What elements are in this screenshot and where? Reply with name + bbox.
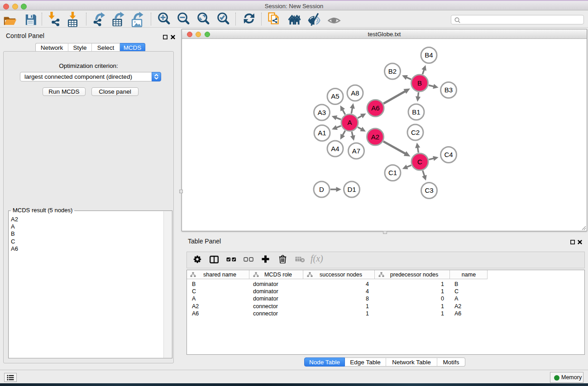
svg-text:A1: A1 bbox=[318, 129, 326, 137]
svg-text:A4: A4 bbox=[331, 145, 339, 152]
svg-text:C2: C2 bbox=[411, 129, 420, 136]
svg-text:A8: A8 bbox=[351, 89, 359, 97]
svg-text:A6: A6 bbox=[371, 104, 379, 112]
svg-text:B4: B4 bbox=[425, 51, 433, 59]
svg-text:C1: C1 bbox=[388, 169, 397, 176]
svg-text:A3: A3 bbox=[318, 109, 326, 116]
svg-text:B2: B2 bbox=[388, 67, 397, 75]
svg-text:B: B bbox=[417, 79, 422, 87]
svg-text:C4: C4 bbox=[444, 151, 453, 158]
svg-text:D: D bbox=[319, 186, 324, 193]
svg-text:C: C bbox=[417, 158, 422, 166]
svg-text:B3: B3 bbox=[445, 86, 453, 94]
svg-text:D1: D1 bbox=[347, 186, 356, 193]
svg-text:B1: B1 bbox=[412, 108, 420, 116]
svg-text:A5: A5 bbox=[331, 92, 339, 100]
svg-text:C3: C3 bbox=[425, 186, 433, 194]
svg-text:A: A bbox=[347, 119, 352, 126]
svg-text:A7: A7 bbox=[352, 147, 360, 155]
svg-text:A2: A2 bbox=[371, 133, 379, 141]
